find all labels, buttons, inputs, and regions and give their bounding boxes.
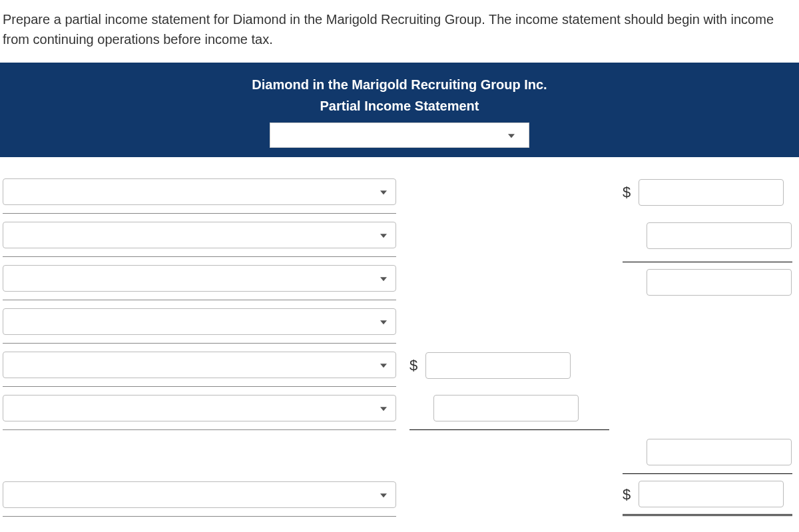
row1-col2 xyxy=(403,170,616,214)
row5-label-cell xyxy=(0,344,403,387)
row4-label-select[interactable] xyxy=(3,308,396,335)
row8-col3-input[interactable] xyxy=(639,481,784,507)
row4-col2 xyxy=(403,300,616,344)
row2-col2 xyxy=(403,214,616,257)
row8-label-select[interactable] xyxy=(3,481,396,508)
instructions-text: Prepare a partial income statement for D… xyxy=(0,0,799,63)
dollar-sign: $ xyxy=(623,181,639,203)
row3-label-select[interactable] xyxy=(3,265,396,292)
row8-col2 xyxy=(403,473,616,517)
row2-label-select[interactable] xyxy=(3,222,396,248)
row7-col2 xyxy=(403,430,616,473)
row2-col3-input[interactable] xyxy=(647,222,792,249)
row6-col3 xyxy=(616,387,799,430)
row1-col3-input[interactable] xyxy=(639,179,784,206)
period-select[interactable] xyxy=(270,123,529,148)
row5-col2-input[interactable] xyxy=(425,352,571,379)
row7-col3-input[interactable] xyxy=(647,439,792,465)
row3-col2 xyxy=(403,257,616,300)
row6-label-cell xyxy=(0,387,403,430)
row3-col3-input[interactable] xyxy=(647,269,792,296)
row1-label-cell xyxy=(0,170,403,214)
row6-label-select[interactable] xyxy=(3,395,396,421)
company-name: Diamond in the Marigold Recruiting Group… xyxy=(13,75,786,95)
row4-col3 xyxy=(616,300,799,344)
row3-col3 xyxy=(616,257,799,300)
row5-col3 xyxy=(616,344,799,387)
row6-col2 xyxy=(403,387,616,430)
statement-title: Partial Income Statement xyxy=(13,96,786,116)
row8-col3: $ xyxy=(616,473,799,517)
statement-grid: $ xyxy=(0,157,799,517)
dollar-sign: $ xyxy=(623,483,639,505)
row5-label-select[interactable] xyxy=(3,352,396,378)
row2-label-cell xyxy=(0,214,403,257)
period-select-wrap xyxy=(270,123,529,148)
row2-col3 xyxy=(616,214,799,257)
row7-col3 xyxy=(616,430,799,473)
row1-col3: $ xyxy=(616,170,799,214)
row1-label-select[interactable] xyxy=(3,178,396,205)
row7-label-cell xyxy=(0,430,403,473)
dollar-sign: $ xyxy=(409,354,425,376)
row4-label-cell xyxy=(0,300,403,344)
row5-col2: $ xyxy=(403,344,616,387)
statement-header: Diamond in the Marigold Recruiting Group… xyxy=(0,63,799,157)
row8-label-cell xyxy=(0,473,403,517)
row6-col2-input[interactable] xyxy=(433,395,579,421)
row3-label-cell xyxy=(0,257,403,300)
